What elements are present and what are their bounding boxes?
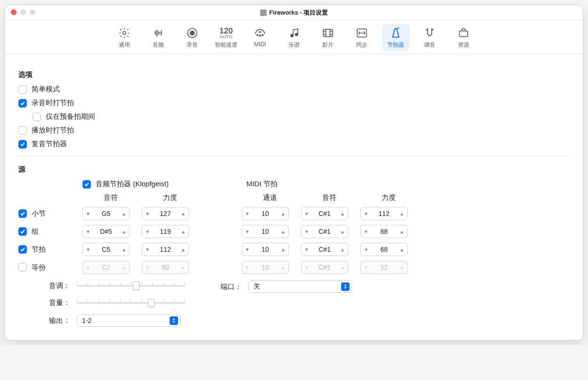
bar-midi-vel-stepper[interactable]: ▼112▲	[360, 207, 408, 220]
output-row: 输出： 1-2 ▲▼	[18, 314, 185, 327]
close-button[interactable]	[11, 9, 16, 15]
chevron-up-icon[interactable]: ▲	[180, 229, 187, 234]
row-checkbox[interactable]	[82, 180, 91, 189]
tonality-thumb[interactable]	[133, 281, 139, 290]
bar-audio-vel-stepper[interactable]: ▼127▲	[142, 207, 189, 220]
chevron-up-icon[interactable]: ▲	[399, 247, 405, 252]
chevron-down-icon[interactable]: ▼	[144, 229, 151, 234]
options-heading: 选项	[18, 70, 570, 79]
row-checkbox[interactable]	[18, 227, 27, 236]
chevron-up-icon[interactable]: ▲	[121, 211, 127, 216]
row-checkbox[interactable]	[18, 245, 27, 254]
tab-sync[interactable]: 同步	[348, 24, 376, 51]
audio-click-option[interactable]: 音频节拍器 (Klopfgeist)	[82, 180, 198, 189]
chevron-up-icon[interactable]: ▲	[280, 247, 286, 252]
row-division[interactable]: 等份	[18, 263, 80, 272]
sync-icon	[355, 26, 369, 40]
only-countin-checkbox[interactable]	[33, 113, 41, 121]
tab-tuning[interactable]: 调音	[416, 24, 443, 51]
chevron-down-icon: ▼	[244, 265, 251, 270]
minimize-button[interactable]	[20, 9, 26, 15]
chevron-down-icon[interactable]: ▼	[244, 247, 251, 252]
chevron-down-icon[interactable]: ▼	[363, 229, 369, 234]
option-simple-mode[interactable]: 简单模式	[18, 85, 570, 94]
simple-mode-checkbox[interactable]	[18, 85, 27, 94]
volume-row: 音量：	[18, 297, 185, 308]
svg-rect-11	[459, 31, 467, 37]
chevron-down-icon[interactable]: ▼	[303, 229, 310, 234]
chevron-down-icon[interactable]: ▼	[303, 247, 310, 252]
beat-midi-vel-stepper[interactable]: ▼68▲	[360, 243, 408, 256]
volume-slider[interactable]	[77, 297, 185, 308]
chevron-up-icon: ▲	[339, 265, 346, 270]
option-polyphonic[interactable]: 复音节拍器	[18, 140, 570, 149]
chevron-down-icon[interactable]: ▼	[85, 247, 91, 252]
option-click-recording[interactable]: 录音时打节拍	[18, 99, 570, 107]
tab-metronome[interactable]: 节拍器	[382, 24, 409, 51]
tab-record[interactable]: 录音	[179, 24, 206, 51]
row-label-text: 小节	[32, 209, 46, 218]
group-audio-vel-stepper[interactable]: ▼119▲	[142, 225, 189, 238]
bar-audio-note-stepper[interactable]: ▼G5▲	[82, 207, 130, 220]
beat-midi-note-stepper[interactable]: ▼C#1▲	[301, 243, 348, 256]
tonality-slider[interactable]	[77, 281, 185, 291]
chevron-up-icon[interactable]: ▲	[121, 229, 127, 234]
chevron-up-icon[interactable]: ▲	[280, 211, 286, 216]
group-midi-note-stepper[interactable]: ▼C#1▲	[301, 225, 348, 238]
bar-midi-note-stepper[interactable]: ▼C#1▲	[301, 207, 348, 220]
zoom-button[interactable]	[30, 9, 35, 15]
row-beat[interactable]: 节拍	[18, 245, 80, 254]
group-midi-vel-stepper[interactable]: ▼88▲	[360, 225, 408, 238]
bar-midi-ch-stepper[interactable]: ▼10▲	[242, 207, 289, 220]
port-select[interactable]: 关 ▲▼	[248, 281, 352, 293]
click-playing-checkbox[interactable]	[18, 126, 27, 135]
cell: ▼D#5▲	[82, 225, 139, 238]
tab-score[interactable]: 乐谱	[280, 24, 308, 51]
row-bar[interactable]: 小节	[18, 209, 80, 218]
row-group[interactable]: 组	[18, 227, 80, 236]
chevron-down-icon[interactable]: ▼	[244, 229, 251, 234]
tab-movie[interactable]: 影片	[314, 24, 342, 51]
chevron-down-icon[interactable]: ▼	[144, 247, 151, 252]
chevron-down-icon[interactable]: ▼	[85, 211, 91, 216]
score-icon	[287, 26, 301, 40]
tab-audio[interactable]: 音频	[145, 24, 172, 51]
tab-general[interactable]: 通用	[111, 24, 138, 51]
chevron-up-icon[interactable]: ▲	[121, 247, 127, 252]
cell: ▼10▲	[242, 243, 298, 256]
tab-assets[interactable]: 资源	[450, 24, 477, 51]
chevron-up-icon[interactable]: ▲	[399, 211, 405, 216]
beat-audio-note-stepper[interactable]: ▼C5▲	[82, 243, 130, 256]
row-checkbox[interactable]	[18, 263, 27, 272]
group-audio-note-stepper[interactable]: ▼D#5▲	[82, 225, 130, 238]
group-midi-ch-stepper[interactable]: ▼10▲	[242, 225, 289, 238]
chevron-down-icon[interactable]: ▼	[303, 211, 310, 216]
toolbar: 通用音频录音120AUTO智能速度MIDI乐谱影片同步节拍器调音资源	[5, 20, 583, 54]
chevron-down-icon[interactable]: ▼	[244, 211, 251, 216]
chevron-up-icon[interactable]: ▲	[339, 229, 346, 234]
beat-midi-ch-stepper[interactable]: ▼10▲	[242, 243, 289, 256]
chevron-up-icon[interactable]: ▲	[280, 229, 286, 234]
chevron-up-icon[interactable]: ▲	[180, 211, 187, 216]
stepper-value: 68	[369, 246, 399, 253]
chevron-down-icon[interactable]: ▼	[363, 211, 369, 216]
polyphonic-checkbox[interactable]	[18, 140, 27, 149]
chevron-up-icon[interactable]: ▲	[180, 247, 187, 252]
tab-label: 同步	[356, 41, 368, 49]
chevron-down-icon[interactable]: ▼	[85, 229, 91, 234]
output-select[interactable]: 1-2 ▲▼	[77, 314, 180, 327]
volume-thumb[interactable]	[148, 298, 155, 307]
tab-smarttempo[interactable]: 120AUTO智能速度	[212, 24, 240, 51]
beat-audio-vel-stepper[interactable]: ▼112▲	[142, 243, 189, 256]
option-only-countin[interactable]: 仅在预备拍期间	[18, 112, 570, 121]
chevron-down-icon[interactable]: ▼	[363, 247, 369, 252]
chevron-up-icon[interactable]: ▲	[339, 247, 346, 252]
tab-midi[interactable]: MIDI	[246, 24, 274, 51]
chevron-up-icon[interactable]: ▲	[399, 229, 405, 234]
row-checkbox[interactable]	[18, 209, 27, 218]
click-recording-checkbox[interactable]	[18, 99, 27, 107]
chevron-up-icon[interactable]: ▲	[339, 211, 346, 216]
option-click-playing[interactable]: 播放时打节拍	[18, 126, 570, 135]
chevron-down-icon: ▼	[85, 265, 91, 270]
chevron-down-icon[interactable]: ▼	[144, 211, 151, 216]
